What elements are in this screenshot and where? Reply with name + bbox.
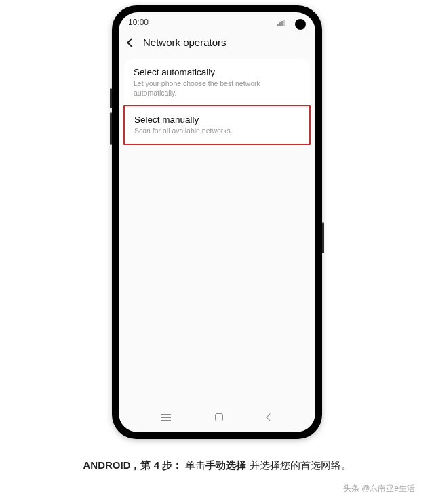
watermark: 头条 @东南亚e生活 (343, 483, 415, 495)
select-manually-title: Select manually (134, 114, 300, 125)
settings-card: Select automatically Let your phone choo… (124, 59, 310, 144)
select-manually-subtitle: Scan for all available networks. (134, 126, 300, 135)
volume-down-button (110, 112, 112, 145)
select-automatically-item[interactable]: Select automatically Let your phone choo… (124, 59, 310, 105)
page-title: Network operators (143, 37, 226, 48)
caption-text-1: 单击 (185, 459, 205, 471)
back-icon[interactable] (127, 37, 136, 47)
caption: ANDROID，第 4 步： 单击手动选择 并选择您的首选网络。 (0, 459, 434, 472)
navigation-bar (119, 405, 315, 432)
nav-recent-icon[interactable] (161, 414, 171, 421)
select-automatically-subtitle: Let your phone choose the best network a… (134, 79, 300, 98)
power-button (322, 222, 324, 253)
status-bar: 10:00 (119, 12, 315, 33)
select-manually-item[interactable]: Select manually Scan for all available n… (125, 106, 309, 143)
caption-text-2: 并选择您的首选网络。 (246, 459, 351, 471)
screen: 10:00 Network operators Select automatic… (119, 12, 315, 432)
phone-frame: 10:00 Network operators Select automatic… (112, 5, 322, 439)
select-automatically-title: Select automatically (134, 67, 300, 77)
signal-icon (277, 19, 287, 26)
caption-prefix: ANDROID，第 4 步： (83, 459, 182, 471)
highlight-box: Select manually Scan for all available n… (123, 105, 311, 144)
caption-bold: 手动选择 (205, 459, 246, 471)
page-header: Network operators (119, 33, 315, 59)
nav-home-icon[interactable] (215, 413, 223, 421)
status-time: 10:00 (128, 18, 149, 27)
nav-back-icon[interactable] (267, 413, 274, 421)
volume-up-button (110, 88, 112, 108)
camera-punch-hole (295, 19, 306, 30)
